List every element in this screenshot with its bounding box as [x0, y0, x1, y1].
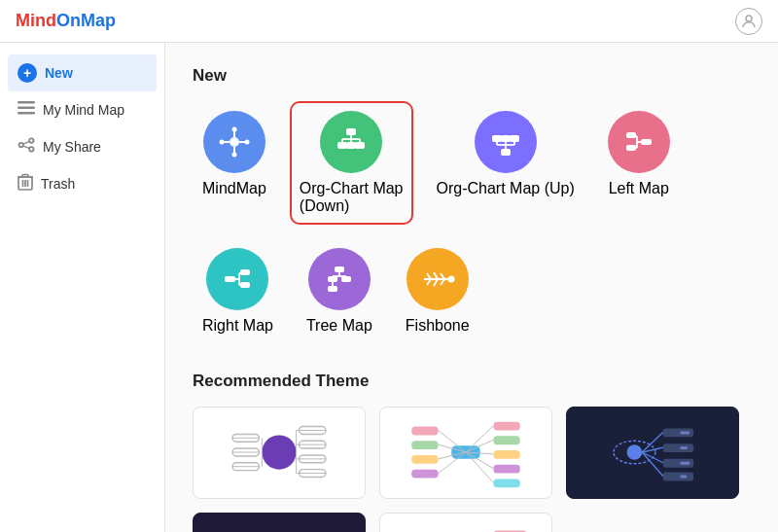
- sidebar-item-trash-label: Trash: [41, 176, 75, 192]
- tree-map-icon-circle: [308, 248, 371, 310]
- theme-3-preview: [567, 408, 738, 498]
- theme-grid: [193, 407, 751, 532]
- new-icon: +: [18, 63, 37, 83]
- svg-rect-47: [626, 132, 636, 138]
- theme-card-4[interactable]: [193, 513, 366, 532]
- svg-point-5: [29, 147, 33, 151]
- theme-card-1[interactable]: [193, 407, 366, 499]
- fishbone-icon-circle: [407, 248, 469, 310]
- svg-point-20: [231, 127, 236, 132]
- svg-rect-120: [680, 446, 688, 449]
- svg-rect-24: [346, 128, 356, 135]
- svg-rect-33: [501, 149, 511, 156]
- org-chart-down-icon-circle: [320, 111, 382, 173]
- my-share-icon: [18, 137, 35, 156]
- sidebar-item-trash[interactable]: Trash: [0, 164, 164, 202]
- svg-rect-41: [510, 135, 519, 142]
- user-icon[interactable]: [735, 8, 762, 35]
- header: MindOnMap: [0, 0, 778, 43]
- map-card-org-chart-down[interactable]: Org-Chart Map(Down): [290, 101, 413, 225]
- svg-rect-56: [335, 266, 344, 272]
- svg-rect-112: [663, 443, 693, 452]
- svg-line-7: [23, 146, 30, 149]
- svg-line-103: [466, 452, 493, 482]
- mindmap-icon-circle: [203, 111, 265, 173]
- svg-point-23: [244, 140, 249, 145]
- svg-rect-97: [411, 455, 438, 464]
- svg-rect-91: [493, 436, 519, 444]
- svg-rect-61: [328, 286, 337, 292]
- svg-rect-114: [663, 473, 693, 481]
- svg-point-0: [746, 16, 752, 21]
- svg-rect-122: [680, 476, 687, 479]
- theme-5-preview: [380, 514, 551, 532]
- map-type-grid: MindMap Org-C: [193, 101, 751, 344]
- map-card-mindmap[interactable]: MindMap: [193, 101, 276, 225]
- svg-point-21: [231, 153, 236, 158]
- theme-card-2[interactable]: [379, 407, 552, 499]
- svg-rect-123: [194, 514, 364, 532]
- svg-rect-119: [680, 431, 690, 434]
- svg-rect-40: [501, 135, 511, 142]
- map-card-right-map[interactable]: Right Map: [193, 238, 283, 344]
- svg-rect-39: [492, 135, 502, 142]
- logo-mind: Mind: [16, 11, 56, 31]
- right-map-label: Right Map: [202, 317, 273, 335]
- svg-rect-108: [568, 408, 737, 498]
- svg-rect-98: [411, 470, 438, 479]
- svg-rect-93: [493, 465, 519, 474]
- org-chart-up-label: Org-Chart Map (Up): [437, 180, 575, 197]
- right-map-icon-circle: [206, 248, 268, 310]
- svg-rect-3: [18, 112, 35, 115]
- map-card-org-chart-up[interactable]: Org-Chart Map (Up): [427, 101, 584, 225]
- svg-rect-42: [641, 139, 652, 145]
- svg-point-6: [18, 143, 22, 147]
- fishbone-label: Fishbone: [406, 317, 470, 335]
- mindmap-label: MindMap: [202, 180, 266, 197]
- sidebar-item-new[interactable]: + New: [8, 54, 157, 91]
- sidebar-item-my-share-label: My Share: [43, 139, 101, 155]
- new-section-title: New: [193, 66, 751, 86]
- theme-card-5[interactable]: [379, 513, 552, 532]
- content-area: New: [165, 43, 778, 532]
- svg-point-110: [627, 444, 643, 460]
- sidebar: + New My Mind Map: [0, 43, 165, 532]
- sidebar-item-my-share[interactable]: My Share: [0, 128, 164, 164]
- org-chart-down-label: Org-Chart Map(Down): [300, 180, 404, 215]
- svg-line-99: [466, 426, 493, 452]
- svg-rect-92: [493, 450, 519, 459]
- map-card-left-map[interactable]: Left Map: [598, 101, 680, 225]
- theme-2-preview: [380, 408, 551, 498]
- org-chart-up-icon-circle: [475, 111, 537, 173]
- svg-rect-49: [225, 276, 235, 282]
- svg-rect-55: [240, 282, 250, 288]
- tree-map-label: Tree Map: [306, 317, 372, 335]
- left-map-icon-circle: [608, 111, 670, 173]
- svg-rect-30: [337, 142, 347, 149]
- svg-rect-94: [493, 479, 519, 487]
- map-card-fishbone[interactable]: Fishbone: [396, 238, 479, 344]
- svg-point-22: [219, 140, 224, 145]
- recommended-section-title: Recommended Theme: [193, 372, 751, 391]
- svg-rect-96: [411, 441, 438, 449]
- main-layout: + New My Mind Map: [0, 43, 778, 532]
- svg-rect-90: [493, 422, 519, 431]
- trash-icon: [18, 173, 33, 194]
- svg-rect-54: [240, 269, 250, 275]
- map-card-tree-map[interactable]: Tree Map: [297, 238, 382, 344]
- svg-point-72: [262, 435, 296, 469]
- svg-point-71: [447, 276, 454, 283]
- sidebar-item-new-label: New: [45, 65, 73, 81]
- logo-onmap: OnMap: [56, 11, 116, 31]
- theme-4-preview: [194, 514, 365, 532]
- logo: MindOnMap: [16, 11, 116, 31]
- svg-rect-2: [18, 107, 35, 110]
- svg-line-8: [23, 141, 30, 144]
- left-map-label: Left Map: [609, 180, 669, 197]
- svg-rect-1: [18, 101, 35, 104]
- my-mind-map-icon: [18, 100, 35, 120]
- sidebar-item-my-mind-map-label: My Mind Map: [43, 102, 124, 118]
- theme-card-3[interactable]: [566, 407, 739, 499]
- svg-rect-32: [355, 142, 365, 149]
- sidebar-item-my-mind-map[interactable]: My Mind Map: [0, 91, 164, 128]
